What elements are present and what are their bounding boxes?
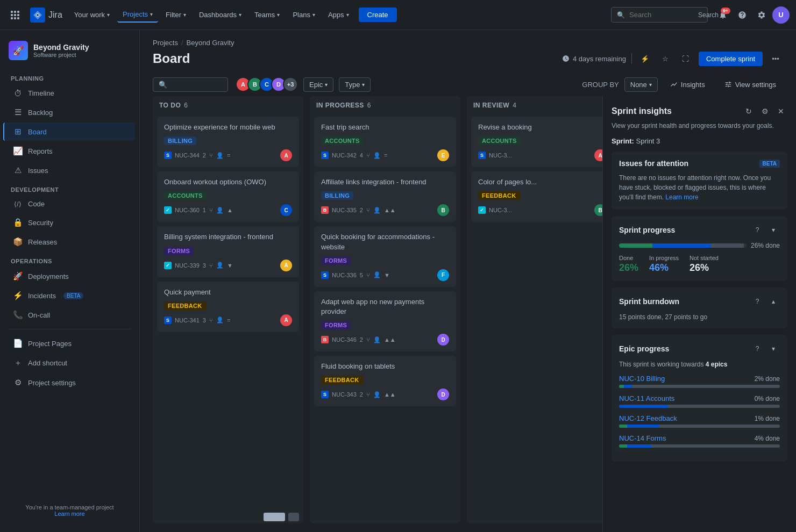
breadcrumb-project[interactable]: Beyond Gravity	[187, 39, 234, 47]
stat-value: 46%	[649, 262, 679, 274]
epic-intro: This sprint is working towards 4 epics	[619, 361, 780, 368]
chevron-down-icon: ▾	[325, 82, 328, 88]
board-search[interactable]: 🔍	[153, 77, 228, 92]
pagination-dot-1[interactable]	[264, 513, 285, 521]
settings-button[interactable]	[753, 6, 770, 24]
search-box[interactable]: 🔍 Search	[611, 7, 708, 23]
help-icon[interactable]: ?	[751, 295, 764, 308]
card-nuc335[interactable]: Affiliate links integration - frontend B…	[314, 171, 456, 222]
card-footer: S NUC-342 4 ⑂ 👤 = E	[321, 149, 449, 161]
beta-badge: BETA	[759, 160, 780, 168]
sidebar-item-timeline[interactable]: ⏱ Timeline	[4, 84, 135, 102]
card-nuc336[interactable]: Quick booking for accommodations - websi…	[314, 226, 456, 286]
more-options-icon[interactable]: •••	[768, 51, 783, 66]
collapse-icon[interactable]: ▾	[767, 342, 780, 355]
board-title-actions: 4 days remaining ⚡ ☆ ⛶ Complete sprint •…	[562, 51, 783, 66]
column-title: IN PROGRESS	[316, 102, 364, 109]
complete-sprint-button[interactable]: Complete sprint	[699, 52, 763, 66]
jira-logo[interactable]: Jira	[30, 8, 62, 23]
column-cards-inreview: Revise a booking ACCOUNTS S NUC-3... A	[467, 114, 602, 523]
card-meta: B NUC-346 2 ⑂ 👤 ▲▲	[321, 336, 396, 343]
sidebar-item-backlog[interactable]: ☰ Backlog	[4, 103, 135, 121]
nav-apps[interactable]: Apps ▾	[323, 8, 354, 22]
epic-link[interactable]: NUC-11 Accounts	[619, 394, 674, 402]
card-inreview-1[interactable]: Revise a booking ACCOUNTS S NUC-3... A	[471, 117, 602, 167]
help-icon[interactable]: ?	[751, 342, 764, 355]
nav-filter[interactable]: Filter ▾	[160, 8, 191, 22]
card-footer: S NUC-344 2 ⑂ 👤 = A	[164, 149, 292, 161]
card-nuc360[interactable]: Onboard workout options (OWO) ACCOUNTS ✓…	[157, 171, 299, 222]
create-button[interactable]: Create	[359, 8, 397, 22]
card-nuc344[interactable]: Optimize experience for mobile web BILLI…	[157, 117, 299, 167]
sidebar-item-project-settings[interactable]: ⚙ Project settings	[4, 373, 135, 392]
priority-icon: ▼	[227, 262, 233, 269]
help-button[interactable]	[734, 6, 751, 24]
avatar-filter-more[interactable]: +3	[283, 77, 298, 92]
sidebar-item-code[interactable]: ⟨/⟩ Code	[4, 196, 135, 212]
fullscreen-icon[interactable]: ⛶	[678, 51, 693, 66]
type-filter[interactable]: Type ▾	[339, 77, 371, 92]
epic-bar-track	[619, 425, 780, 428]
card-inreview-2[interactable]: Color of pages lo... FEEDBACK ✓ NUC-3...…	[471, 171, 602, 222]
card-avatar: A	[280, 314, 292, 326]
breadcrumb-projects[interactable]: Projects	[153, 39, 178, 47]
nav-projects[interactable]: Projects ▾	[117, 7, 158, 23]
insights-button[interactable]: Insights	[663, 77, 712, 92]
close-icon[interactable]: ✕	[774, 105, 787, 118]
sidebar-item-reports[interactable]: 📈 Reports	[4, 142, 135, 160]
sidebar-item-label: Backlog	[28, 109, 53, 117]
card-nuc343[interactable]: Fluid booking on tablets FEEDBACK S NUC-…	[314, 356, 456, 406]
group-by-label: GROUP BY	[582, 81, 619, 89]
sidebar-item-project-pages[interactable]: 📄 Project Pages	[4, 334, 135, 353]
card-title: Revise a booking	[478, 123, 602, 132]
epic-filter[interactable]: Epic ▾	[303, 77, 333, 92]
sidebar-item-oncall[interactable]: 📞 On-call	[4, 306, 135, 324]
help-icon[interactable]: ?	[751, 224, 764, 236]
lightning-icon[interactable]: ⚡	[637, 51, 652, 66]
sidebar-item-add-shortcut[interactable]: ＋ Add shortcut	[4, 354, 135, 372]
settings-icon[interactable]: ⚙	[758, 105, 771, 118]
card-id: NUC-335	[332, 207, 357, 213]
notifications-button[interactable]: 9+	[714, 6, 731, 24]
refresh-icon[interactable]: ↻	[742, 105, 755, 118]
sidebar-item-label: Project Pages	[28, 340, 72, 348]
card-nuc346[interactable]: Adapt web app no new payments provider F…	[314, 291, 456, 351]
sidebar-item-incidents[interactable]: ⚡ Incidents BETA	[4, 286, 135, 305]
sidebar-item-security[interactable]: 🔒 Security	[4, 213, 135, 232]
epic-link[interactable]: NUC-14 Forms	[619, 434, 666, 442]
pagination-dot-2[interactable]	[288, 513, 299, 521]
stat-notstarted: Not started 26%	[690, 255, 719, 274]
branch-icon: ⑂	[209, 152, 213, 159]
sidebar-item-board[interactable]: ⊞ Board	[3, 123, 135, 141]
star-icon[interactable]: ☆	[658, 51, 673, 66]
card-footer: ✓ NUC-3... B	[478, 204, 602, 216]
chevron-down-icon: ▾	[239, 12, 241, 18]
card-nuc339[interactable]: Billing system integration - frontend FO…	[157, 226, 299, 277]
learn-more-link[interactable]: Learn more	[54, 511, 84, 517]
user-avatar[interactable]: U	[772, 6, 790, 24]
nav-plans[interactable]: Plans ▾	[287, 8, 321, 22]
sidebar-item-deployments[interactable]: 🚀 Deployments	[4, 267, 135, 285]
stat-value: 26%	[619, 262, 638, 274]
nav-dashboards[interactable]: Dashboards ▾	[194, 8, 247, 22]
view-settings-button[interactable]: View settings	[717, 77, 783, 92]
epic-link[interactable]: NUC-10 Billing	[619, 375, 665, 383]
sidebar-item-issues[interactable]: ⚠ Issues	[4, 161, 135, 179]
group-by-select[interactable]: None ▾	[624, 77, 658, 92]
nav-your-work[interactable]: Your work ▾	[69, 8, 115, 22]
grid-icon[interactable]	[6, 6, 24, 24]
project-header[interactable]: 🚀 Beyond Gravity Software project	[0, 37, 139, 64]
svg-rect-1	[14, 11, 16, 13]
card-nuc342[interactable]: Fast trip search ACCOUNTS S NUC-342 4 ⑂ …	[314, 117, 456, 167]
nav-teams[interactable]: Teams ▾	[249, 8, 285, 22]
card-count: 2	[203, 152, 206, 159]
search-input[interactable]	[629, 11, 694, 19]
collapse-icon[interactable]: ▴	[767, 295, 780, 308]
card-nuc341[interactable]: Quick payment FEEDBACK S NUC-341 3 ⑂ 👤 =	[157, 282, 299, 332]
sidebar-item-releases[interactable]: 📦 Releases	[4, 233, 135, 251]
board-search-input[interactable]	[170, 81, 219, 89]
epic-link[interactable]: NUC-12 Feedback	[619, 414, 677, 422]
learn-more-link[interactable]: Learn more	[665, 193, 698, 201]
reports-icon: 📈	[13, 146, 23, 156]
collapse-icon[interactable]: ▾	[767, 224, 780, 236]
